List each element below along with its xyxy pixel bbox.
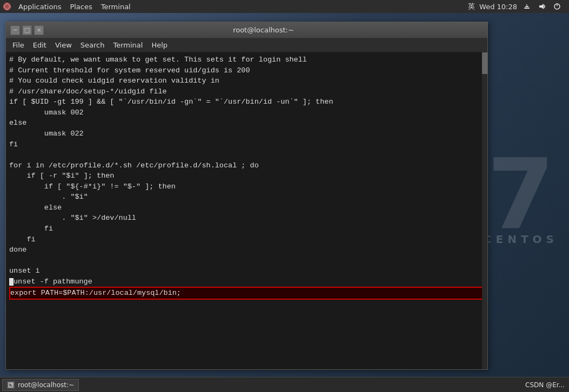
content-line-12: if [ -r "$i" ]; then [9, 171, 484, 181]
content-line-4: # /usr/share/doc/setup-*/uidgid file [9, 86, 484, 97]
search-menu[interactable]: Search [76, 38, 109, 52]
distro-icon [2, 2, 12, 11]
svg-rect-3 [526, 4, 527, 5]
taskbar-terminal-icon [7, 381, 15, 389]
maximize-button[interactable]: □ [22, 25, 32, 35]
content-line-20 [9, 255, 484, 266]
content-line-13: if [ "${-#*i}" != "$-" ]; then [9, 181, 484, 192]
clock: Wed 10:28 [479, 3, 517, 11]
terminal-menubar: File Edit View Search Terminal Help [6, 38, 487, 52]
terminal-title: root@localhost:~ [44, 26, 483, 34]
file-menu[interactable]: File [8, 38, 29, 52]
close-button[interactable]: × [34, 25, 44, 35]
svg-marker-4 [539, 4, 544, 9]
minimize-button[interactable]: − [10, 25, 20, 35]
content-line-19: done [9, 245, 484, 255]
content-line-11: for i in /etc/profile.d/*.sh /etc/profil… [9, 160, 484, 171]
terminal-menu[interactable]: Terminal [97, 0, 135, 13]
edit-menu[interactable]: Edit [29, 38, 51, 52]
content-line-17: fi [9, 224, 484, 234]
highlighted-export-line: export PATH=$PATH:/usr/local/mysql/bin; [9, 287, 484, 300]
svg-point-0 [3, 3, 11, 10]
content-line-21: unset i [9, 266, 484, 276]
places-menu[interactable]: Places [65, 0, 96, 13]
content-line-8: umask 022 [9, 129, 484, 139]
cursor [9, 278, 14, 286]
content-line-14: . "$i" [9, 192, 484, 202]
taskbar-terminal-item[interactable]: root@localhost:~ [2, 379, 79, 391]
taskbar-right: CSDN @Er... [525, 381, 567, 389]
centos-number: 7 [487, 146, 554, 244]
content-line-2: # Current threshold for system reserved … [9, 65, 484, 76]
volume-icon[interactable] [537, 1, 547, 12]
content-line-7: else [9, 118, 484, 129]
terminal-content[interactable]: # By default, we want umask to get set. … [6, 52, 487, 369]
view-menu[interactable]: View [51, 38, 76, 52]
lang-indicator: 英 [468, 2, 475, 11]
centos-text: CENTOS [484, 233, 558, 246]
content-line-9: fi [9, 139, 484, 150]
scrollbar-thumb[interactable] [482, 52, 487, 74]
csdn-label: CSDN @Er... [525, 381, 565, 389]
content-line-22: unset -f pathmunge [9, 276, 484, 287]
power-icon[interactable] [552, 1, 563, 12]
content-line-16: . "$i" >/dev/null [9, 213, 484, 224]
svg-rect-1 [524, 8, 530, 9]
taskbar: root@localhost:~ CSDN @Er... [0, 377, 569, 392]
content-line-3: # You could check uidgid reservation val… [9, 76, 484, 86]
content-line-6: umask 002 [9, 107, 484, 118]
svg-rect-2 [525, 6, 528, 7]
terminal-window: − □ × root@localhost:~ File Edit View Se… [5, 22, 488, 370]
content-line-1: # By default, we want umask to get set. … [9, 55, 484, 65]
terminal-controls: − □ × [10, 25, 44, 35]
topbar-right: 英 Wed 10:28 [468, 1, 567, 12]
applications-menu[interactable]: Applications [14, 0, 65, 13]
top-menubar: Applications Places Terminal 英 Wed 10:28 [0, 0, 569, 13]
terminal-scrollbar[interactable] [482, 52, 487, 369]
taskbar-terminal-label: root@localhost:~ [18, 381, 74, 389]
content-line-15: else [9, 202, 484, 213]
terminal-submenu[interactable]: Terminal [109, 38, 147, 52]
centos-watermark: 7 CENTOS [484, 146, 558, 246]
terminal-titlebar: − □ × root@localhost:~ [6, 22, 487, 38]
help-menu[interactable]: Help [147, 38, 172, 52]
network-icon[interactable] [521, 1, 532, 12]
content-line-5: if [ $UID -gt 199 ] && [ "`/usr/bin/id -… [9, 97, 484, 107]
content-line-18: fi [9, 234, 484, 245]
content-line-10 [9, 150, 484, 160]
